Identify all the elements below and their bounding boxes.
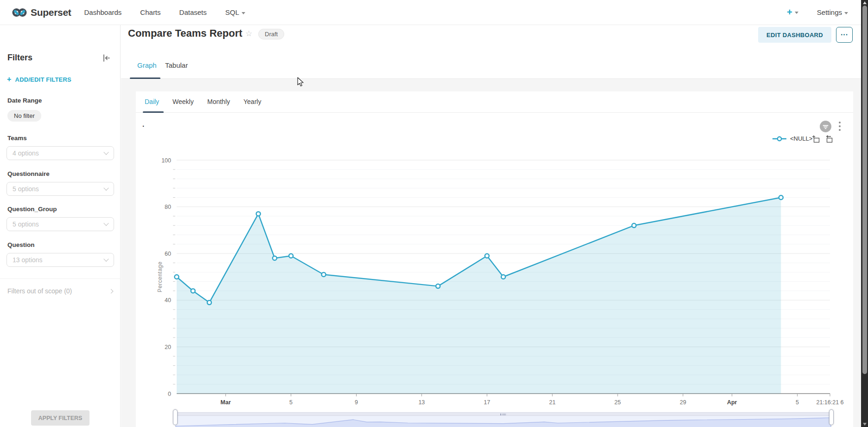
svg-text:Mar: Mar bbox=[221, 399, 231, 406]
collapse-left-icon bbox=[102, 53, 111, 63]
svg-text:Apr: Apr bbox=[727, 399, 737, 406]
plus-icon: + bbox=[7, 75, 12, 83]
settings-menu[interactable]: Settings bbox=[817, 8, 848, 16]
svg-text:25: 25 bbox=[614, 399, 621, 406]
dashboard-main: Compare Teams Report ☆ Draft EDIT DASHBO… bbox=[121, 25, 861, 427]
favorite-star-icon[interactable]: ☆ bbox=[245, 29, 252, 39]
active-tab-indicator bbox=[130, 78, 160, 79]
scrollbar-thumb[interactable] bbox=[862, 6, 867, 374]
chevron-right-icon bbox=[109, 289, 114, 293]
svg-text:40: 40 bbox=[165, 297, 171, 304]
page-title: Compare Teams Report bbox=[128, 27, 243, 39]
filters-sidebar: Filters +ADD/EDIT FILTERS Date Range No … bbox=[0, 25, 121, 427]
edit-dashboard-button[interactable]: EDIT DASHBOARD bbox=[758, 27, 831, 43]
date-range-chip[interactable]: No filter bbox=[7, 110, 41, 122]
svg-text:0: 0 bbox=[168, 391, 171, 397]
filters-title: Filters bbox=[7, 53, 32, 63]
chart-card: Daily Weekly Monthly Yearly . <NULL> bbox=[136, 91, 853, 427]
nav-datasets[interactable]: Datasets bbox=[179, 8, 207, 16]
svg-text:9: 9 bbox=[355, 399, 358, 406]
add-edit-filters-button[interactable]: +ADD/EDIT FILTERS bbox=[7, 75, 71, 84]
date-range-label: Date Range bbox=[7, 97, 42, 104]
svg-text:5: 5 bbox=[289, 399, 293, 406]
view-tabs: Graph Tabular bbox=[121, 54, 861, 79]
collapse-sidebar-button[interactable] bbox=[102, 53, 111, 63]
nav-dashboards[interactable]: Dashboards bbox=[84, 8, 121, 16]
svg-text:21: 21 bbox=[549, 399, 555, 406]
page-scrollbar bbox=[861, 0, 868, 427]
slider-handle-left[interactable] bbox=[173, 409, 178, 425]
svg-text:100: 100 bbox=[161, 157, 171, 164]
filter-label-teams: Teams bbox=[7, 135, 27, 142]
slider-track[interactable] bbox=[175, 416, 831, 427]
tab-tabular[interactable]: Tabular bbox=[165, 61, 188, 69]
filter-label-question: Question bbox=[7, 241, 35, 248]
svg-text:13: 13 bbox=[418, 399, 425, 406]
scroll-up-icon[interactable] bbox=[863, 1, 867, 4]
chevron-down-icon bbox=[795, 12, 798, 14]
questionnaire-select[interactable]: 5 options bbox=[6, 182, 114, 196]
svg-text:21:16:21 6: 21:16:21 6 bbox=[816, 399, 843, 406]
chevron-down-icon bbox=[103, 185, 108, 190]
svg-text:17: 17 bbox=[484, 399, 490, 406]
nav-sql[interactable]: SQL bbox=[225, 8, 245, 16]
question-select[interactable]: 13 options bbox=[6, 253, 114, 267]
tab-graph[interactable]: Graph bbox=[137, 61, 157, 69]
scroll-down-icon[interactable] bbox=[863, 423, 867, 426]
svg-text:60: 60 bbox=[165, 251, 171, 257]
nav-menu: Dashboards Charts Datasets SQL bbox=[84, 8, 245, 16]
more-options-button[interactable]: ··· bbox=[836, 27, 853, 43]
top-nav: Superset Dashboards Charts Datasets SQL … bbox=[0, 0, 861, 25]
chevron-down-icon bbox=[844, 12, 848, 14]
filters-out-of-scope-row[interactable]: Filters out of scope (0) bbox=[0, 278, 120, 295]
status-badge: Draft bbox=[258, 29, 284, 39]
chevron-down-icon bbox=[103, 220, 108, 226]
time-range-slider bbox=[175, 412, 831, 427]
nav-right: + Settings bbox=[787, 7, 848, 18]
nav-charts[interactable]: Charts bbox=[140, 8, 160, 16]
line-chart[interactable]: 020406080100Mar591317212529Apr521:16:21 … bbox=[136, 91, 853, 427]
chevron-down-icon bbox=[103, 256, 108, 261]
svg-text:80: 80 bbox=[165, 204, 171, 210]
svg-text:29: 29 bbox=[680, 399, 686, 406]
apply-filters-button[interactable]: APPLY FILTERS bbox=[31, 410, 89, 426]
new-item-button[interactable]: + bbox=[787, 7, 798, 18]
brand-name: Superset bbox=[31, 7, 71, 18]
slider-handle-right[interactable] bbox=[829, 409, 834, 425]
slider-drag-bar[interactable] bbox=[175, 412, 831, 416]
svg-text:5: 5 bbox=[796, 399, 799, 406]
filter-label-question-group: Question_Group bbox=[7, 206, 57, 213]
slider-grip-icon bbox=[500, 414, 506, 415]
filter-label-questionnaire: Questionnaire bbox=[7, 170, 50, 177]
svg-text:Percentage: Percentage bbox=[157, 261, 163, 292]
question-group-select[interactable]: 5 options bbox=[6, 217, 114, 231]
teams-select[interactable]: 4 options bbox=[6, 146, 114, 160]
slider-mini-chart bbox=[176, 416, 831, 427]
superset-logo[interactable]: Superset bbox=[12, 7, 71, 18]
chevron-down-icon bbox=[242, 12, 245, 14]
superset-infinity-icon bbox=[12, 7, 27, 18]
chevron-down-icon bbox=[103, 149, 108, 155]
svg-text:20: 20 bbox=[165, 344, 171, 350]
